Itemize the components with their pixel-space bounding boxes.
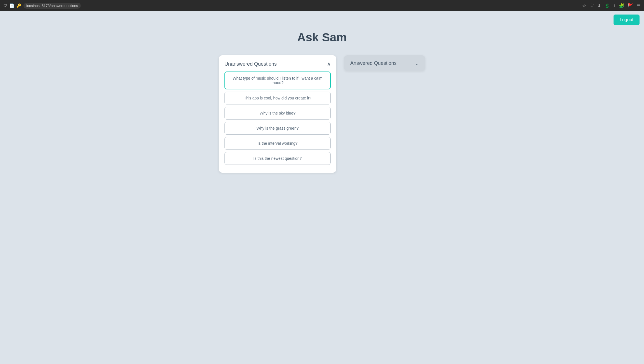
star-icon[interactable]: ☆: [582, 3, 586, 8]
page-content: Logout Ask Sam Unanswered Questions ∧ Wh…: [0, 0, 644, 364]
share-icon[interactable]: ↑: [613, 3, 615, 8]
answered-questions-panel[interactable]: Answered Questions ⌄: [344, 55, 425, 71]
unanswered-panel-header: Unanswered Questions ∧: [224, 61, 331, 67]
puzzle-icon[interactable]: 🧩: [619, 3, 624, 8]
main-layout: Unanswered Questions ∧ What type of musi…: [196, 55, 448, 173]
questions-list: What type of music should I listen to if…: [224, 72, 331, 165]
download-icon[interactable]: ⬇: [597, 3, 601, 8]
unanswered-questions-panel: Unanswered Questions ∧ What type of musi…: [219, 55, 336, 173]
chevron-down-icon: ⌄: [414, 60, 419, 66]
question-item[interactable]: Why is the sky blue?: [224, 107, 331, 120]
flag-icon[interactable]: 🚩: [628, 3, 633, 8]
collapse-icon[interactable]: ∧: [327, 61, 331, 67]
page-title: Ask Sam: [0, 31, 644, 44]
dollar-icon[interactable]: 💲: [604, 3, 610, 8]
browser-bar-right: ☆ 🛡 ⬇ 💲 ↑ 🧩 🚩 ☰: [582, 3, 641, 8]
shield-icon: 🛡: [3, 3, 7, 8]
url-bar[interactable]: localhost:5173/answerquestions: [23, 3, 81, 9]
answered-panel-title: Answered Questions: [350, 60, 397, 66]
file-icon: 📄: [10, 3, 14, 8]
question-item[interactable]: Is the interval working?: [224, 137, 331, 150]
menu-icon[interactable]: ☰: [637, 3, 641, 8]
logout-button[interactable]: Logout: [614, 15, 640, 25]
question-item[interactable]: This app is cool, how did you create it?: [224, 92, 331, 104]
unanswered-panel-title: Unanswered Questions: [224, 61, 277, 67]
key-icon: 🔑: [16, 3, 21, 8]
pocket-icon[interactable]: 🛡: [589, 3, 594, 8]
question-item[interactable]: What type of music should I listen to if…: [224, 72, 331, 89]
browser-bar-left: 🛡 📄 🔑 localhost:5173/answerquestions: [3, 3, 579, 9]
question-item[interactable]: Is this the newest question?: [224, 152, 331, 165]
browser-bar: 🛡 📄 🔑 localhost:5173/answerquestions ☆ 🛡…: [0, 0, 644, 11]
question-item[interactable]: Why is the grass green?: [224, 122, 331, 135]
